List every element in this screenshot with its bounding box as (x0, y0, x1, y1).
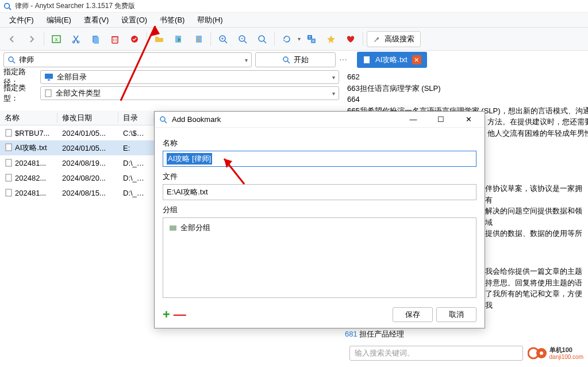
file-input[interactable]: E:\AI攻略.txt (163, 184, 476, 200)
excel-icon[interactable]: X (48, 30, 65, 48)
path-filter[interactable]: 全部目录 ▾ (40, 70, 339, 84)
svg-rect-38 (6, 159, 11, 166)
svg-rect-37 (6, 144, 11, 151)
maximize-button[interactable]: ☐ (429, 113, 452, 126)
close-button[interactable]: ✕ (457, 113, 480, 126)
file-label: 文件 (163, 171, 476, 182)
chevron-down-icon[interactable]: ▾ (332, 74, 335, 81)
folder-icon (169, 224, 177, 232)
window-title: 律师 - Anytxt Searcher 1.3.1517 免费版 (15, 1, 135, 11)
name-label: 名称 (163, 138, 476, 148)
search-input[interactable] (19, 56, 241, 64)
import-icon[interactable] (190, 30, 207, 48)
svg-rect-39 (6, 174, 11, 181)
folder-icon[interactable] (151, 30, 168, 48)
group-label: 分组 (163, 205, 476, 215)
grid-header: 名称 修改日期 目录 (0, 110, 154, 125)
type-value: 全部文件类型 (56, 88, 329, 98)
refresh-dropdown-icon[interactable]: ▾ (298, 36, 301, 42)
svg-point-43 (540, 351, 543, 355)
svg-point-28 (9, 57, 13, 62)
svg-rect-40 (6, 189, 11, 196)
logo-icon (528, 345, 547, 361)
cancel-button[interactable]: 取消 (436, 307, 476, 322)
svg-rect-7 (94, 37, 99, 44)
delete-icon[interactable] (106, 30, 124, 48)
svg-rect-8 (112, 37, 118, 43)
table-row[interactable]: 202481...2024/08/15...D:\_RECYC (0, 185, 154, 200)
advanced-search-label: 高级搜索 (385, 34, 414, 44)
zoom-reset-icon[interactable] (253, 30, 271, 48)
svg-line-45 (164, 121, 167, 123)
search-icon (7, 56, 16, 64)
cut-icon[interactable] (67, 30, 84, 48)
toolbar: X ▾ 文A 高级搜索 (0, 28, 588, 51)
menu-settings[interactable]: 设置(O) (116, 13, 153, 27)
edit-icon[interactable] (126, 30, 143, 48)
svg-text:A: A (312, 39, 314, 43)
svg-line-20 (244, 41, 247, 43)
search-icon (282, 56, 290, 64)
col-date-header[interactable]: 修改日期 (57, 113, 118, 123)
table-row[interactable]: 202482...2024/08/20...D:\_RECYC (0, 170, 154, 185)
svg-line-29 (13, 61, 15, 63)
menu-file[interactable]: 文件(F) (3, 13, 40, 27)
col-dir-header[interactable]: 目录 (118, 113, 154, 123)
file-tab[interactable]: AI攻略.txt ✕ (357, 52, 427, 68)
wrench-icon (373, 35, 381, 43)
refresh-icon[interactable] (278, 30, 295, 48)
minimize-button[interactable]: — (402, 113, 425, 126)
more-dots[interactable]: ⋯ (339, 55, 348, 64)
table-row[interactable]: 202481...2024/08/19...D:\_RECYC (0, 155, 154, 170)
results-grid: 名称 修改日期 目录 $RTBU7...2024/01/05...C:\$Rec… (0, 110, 154, 367)
zoom-out-icon[interactable] (234, 30, 251, 48)
svg-rect-32 (364, 56, 370, 63)
type-filter[interactable]: 全部文件类型 ▾ (40, 86, 339, 100)
search-row: ▾ 开始 ⋯ AI攻略.txt ✕ (0, 51, 588, 69)
table-row[interactable]: $RTBU7...2024/01/05...C:\$Recy... (0, 125, 154, 140)
close-tab-button[interactable]: ✕ (412, 55, 421, 64)
file-tab-label: AI攻略.txt (375, 55, 408, 65)
start-label: 开始 (294, 55, 309, 65)
keyword-input[interactable]: 输入搜索关键词。 (349, 346, 523, 361)
col-name-header[interactable]: 名称 (0, 113, 57, 123)
group-tree[interactable]: 全部分组 (163, 217, 476, 298)
group-all-item[interactable]: 全部分组 (167, 221, 472, 234)
svg-text:文: 文 (308, 35, 312, 39)
svg-rect-36 (6, 129, 11, 136)
start-search-button[interactable]: 开始 (255, 52, 336, 67)
advanced-search-button[interactable]: 高级搜索 (367, 31, 421, 47)
preview-bottom-line: 681 担任产品经理 (345, 329, 404, 339)
title-bar: 律师 - Anytxt Searcher 1.3.1517 免费版 (0, 0, 588, 13)
export-icon[interactable] (170, 30, 187, 48)
menu-view[interactable]: 查看(V) (78, 13, 114, 27)
forward-button[interactable] (23, 30, 40, 48)
path-value: 全部目录 (57, 72, 329, 82)
add-group-button[interactable]: + (163, 307, 170, 322)
search-icon (159, 116, 167, 124)
name-input[interactable]: AI攻略 [律师] (163, 151, 476, 167)
search-input-box[interactable]: ▾ (3, 52, 252, 67)
add-bookmark-dialog: Add Bookmark — ☐ ✕ 名称 AI攻略 [律师] 文件 E:\AI… (154, 111, 485, 328)
remove-group-button[interactable]: — (174, 307, 186, 322)
menu-help[interactable]: 帮助(H) (191, 13, 228, 27)
star-icon[interactable] (322, 30, 340, 48)
menu-bar: 文件(F) 编辑(E) 查看(V) 设置(O) 书签(B) 帮助(H) (0, 13, 588, 28)
svg-line-16 (225, 41, 227, 43)
copy-icon[interactable] (87, 30, 104, 48)
monitor-icon (44, 73, 53, 81)
preview-fragment: 伴协议草案，该协议是一家拥有 解决的问题空间提供数据和领域 提供的数据、数据的使… (485, 183, 588, 239)
svg-line-1 (9, 7, 11, 10)
chevron-down-icon[interactable]: ▾ (245, 57, 248, 63)
translate-icon[interactable]: 文A (303, 30, 320, 48)
chevron-down-icon[interactable]: ▾ (332, 90, 335, 97)
menu-edit[interactable]: 编辑(E) (41, 13, 77, 27)
heart-icon[interactable] (342, 30, 359, 48)
menu-bookmark[interactable]: 书签(B) (154, 13, 190, 27)
back-button[interactable] (3, 30, 21, 48)
svg-rect-33 (45, 74, 53, 79)
svg-rect-34 (48, 79, 50, 81)
save-button[interactable]: 保存 (393, 307, 433, 322)
table-row[interactable]: AI攻略.txt2024/01/05...E: (0, 140, 154, 155)
zoom-in-icon[interactable] (214, 30, 232, 48)
